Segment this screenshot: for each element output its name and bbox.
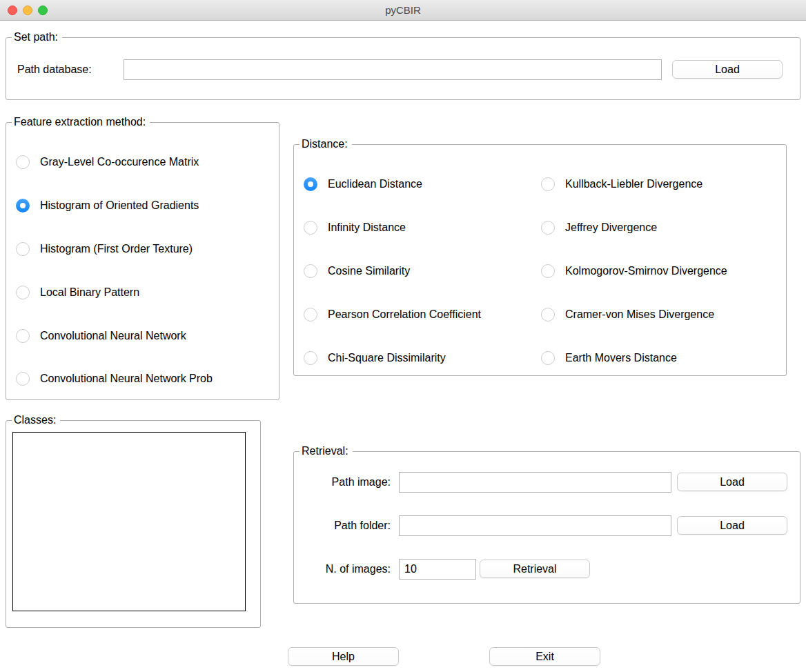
radio-option-row[interactable]: Gray-Level Co-occurence Matrix <box>6 141 279 184</box>
path-image-load-button[interactable]: Load <box>677 473 787 491</box>
radio-option-label: Chi-Square Dissimilarity <box>328 352 446 364</box>
classes-group-title: Classes: <box>12 414 60 426</box>
path-database-label: Path database: <box>17 63 124 76</box>
radio-option-label: Histogram of Oriented Gradients <box>40 199 199 212</box>
radio-icon[interactable] <box>304 308 317 322</box>
radio-option-label: Local Binary Pattern <box>40 286 139 299</box>
radio-option-row[interactable]: Kolmogorov-Smirnov Divergence <box>531 250 786 293</box>
radio-option-label: Cosine Similarity <box>328 265 410 277</box>
radio-icon[interactable] <box>304 264 317 278</box>
help-button[interactable]: Help <box>288 647 399 666</box>
radio-icon[interactable] <box>16 286 30 299</box>
radio-icon[interactable] <box>16 329 30 343</box>
feature-extraction-group-title: Feature extraction method: <box>12 116 150 128</box>
path-folder-label: Path folder: <box>309 520 391 532</box>
radio-option-label: Convolutional Neural Network Prob <box>40 373 213 385</box>
path-image-label: Path image: <box>309 476 391 488</box>
exit-button[interactable]: Exit <box>489 647 600 666</box>
radio-icon[interactable] <box>16 199 30 213</box>
radio-icon[interactable] <box>541 221 555 235</box>
radio-icon[interactable] <box>541 351 555 365</box>
retrieval-group: Retrieval: Path image: Load Path folder:… <box>293 445 800 604</box>
radio-icon[interactable] <box>541 177 555 191</box>
retrieval-group-title: Retrieval: <box>299 445 353 457</box>
radio-option-row[interactable]: Jeffrey Divergence <box>531 206 786 250</box>
radio-option-row[interactable]: Earth Movers Distance <box>531 336 786 379</box>
window-title: pyCBIR <box>0 0 806 20</box>
minimize-window-icon[interactable] <box>23 6 32 15</box>
radio-option-row[interactable]: Chi-Square Dissimilarity <box>294 336 531 379</box>
radio-option-row[interactable]: Convolutional Neural Network Prob <box>6 357 279 401</box>
radio-option-row[interactable]: Cosine Similarity <box>294 250 531 293</box>
radio-option-row[interactable]: Pearson Correlation Coefficient <box>294 293 531 336</box>
set-path-group-title: Set path: <box>12 31 62 43</box>
distance-group-title: Distance: <box>299 138 352 150</box>
radio-option-label: Histogram (First Order Texture) <box>40 243 193 255</box>
radio-option-label: Kolmogorov-Smirnov Divergence <box>565 265 727 277</box>
radio-option-label: Kullback-Liebler Divergence <box>565 178 702 190</box>
feature-extraction-options: Gray-Level Co-occurence Matrix Histogram… <box>6 128 279 401</box>
radio-icon[interactable] <box>304 177 317 191</box>
radio-option-row[interactable]: Kullback-Liebler Divergence <box>531 163 786 206</box>
radio-icon[interactable] <box>304 351 317 365</box>
radio-option-row[interactable]: Histogram of Oriented Gradients <box>6 184 279 228</box>
radio-option-label: Convolutional Neural Network <box>40 330 186 342</box>
path-folder-input[interactable] <box>399 515 671 536</box>
radio-option-label: Cramer-von Mises Divergence <box>565 308 714 321</box>
feature-extraction-group: Feature extraction method: Gray-Level Co… <box>6 116 279 400</box>
close-window-icon[interactable] <box>8 6 17 15</box>
classes-group: Classes: <box>6 414 261 628</box>
radio-icon[interactable] <box>16 242 30 256</box>
radio-option-row[interactable]: Local Binary Pattern <box>6 270 279 314</box>
classes-listbox[interactable] <box>12 432 246 611</box>
title-bar[interactable]: pyCBIR <box>0 0 806 21</box>
path-image-input[interactable] <box>399 472 671 493</box>
radio-icon[interactable] <box>541 308 555 322</box>
traffic-lights <box>8 6 48 15</box>
distance-options-right: Kullback-Liebler Divergence Jeffrey Dive… <box>531 150 786 379</box>
path-database-input[interactable] <box>124 59 662 80</box>
n-of-images-label: N. of images: <box>309 563 391 575</box>
radio-option-label: Jeffrey Divergence <box>565 221 657 234</box>
path-database-load-button[interactable]: Load <box>672 60 783 79</box>
n-of-images-input[interactable] <box>399 559 476 580</box>
radio-option-row[interactable]: Infinity Distance <box>294 206 531 250</box>
radio-option-label: Infinity Distance <box>328 221 406 234</box>
radio-option-row[interactable]: Euclidean Distance <box>294 163 531 206</box>
radio-icon[interactable] <box>16 155 30 169</box>
radio-option-row[interactable]: Convolutional Neural Network <box>6 314 279 357</box>
distance-group: Distance: Euclidean Distance Infinity Di… <box>293 138 787 376</box>
radio-icon[interactable] <box>16 372 30 386</box>
retrieval-button[interactable]: Retrieval <box>480 560 590 578</box>
radio-option-label: Pearson Correlation Coefficient <box>328 308 481 321</box>
set-path-group: Set path: Path database: Load <box>6 31 800 100</box>
radio-option-label: Gray-Level Co-occurence Matrix <box>40 156 199 168</box>
path-folder-load-button[interactable]: Load <box>677 516 787 535</box>
radio-icon[interactable] <box>304 221 317 235</box>
radio-icon[interactable] <box>541 264 555 278</box>
zoom-window-icon[interactable] <box>38 6 48 15</box>
distance-options-left: Euclidean Distance Infinity Distance Cos… <box>294 150 531 379</box>
radio-option-label: Euclidean Distance <box>328 178 422 190</box>
radio-option-label: Earth Movers Distance <box>565 352 677 364</box>
radio-option-row[interactable]: Cramer-von Mises Divergence <box>531 293 786 336</box>
radio-option-row[interactable]: Histogram (First Order Texture) <box>6 228 279 271</box>
